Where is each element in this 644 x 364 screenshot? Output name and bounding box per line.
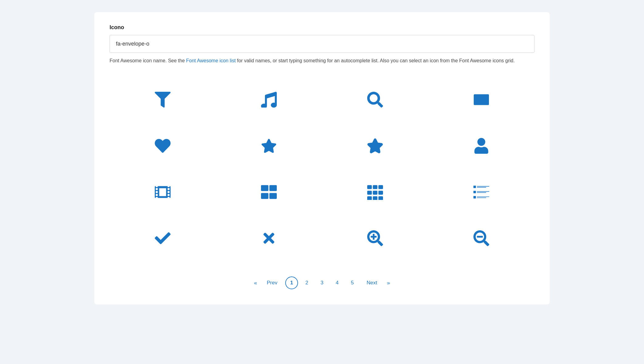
page-1-button[interactable]: 1 (285, 276, 298, 289)
th-icon[interactable] (322, 169, 428, 215)
page-4-button[interactable]: 4 (331, 276, 344, 289)
user-icon[interactable] (428, 123, 534, 169)
font-awesome-link[interactable]: Font Awesome icon list (186, 58, 236, 63)
icon-grid (110, 77, 534, 261)
svg-rect-2 (477, 186, 489, 187)
list-icon[interactable] (428, 169, 534, 215)
pagination: « Prev 1 2 3 4 5 Next » (110, 276, 534, 289)
icon-input[interactable] (110, 35, 534, 53)
music-icon[interactable] (216, 77, 322, 123)
svg-rect-1 (473, 186, 476, 188)
svg-rect-5 (477, 191, 489, 192)
last-page-button[interactable]: » (385, 277, 392, 289)
envelope-icon[interactable] (428, 77, 534, 123)
heart-icon[interactable] (110, 123, 216, 169)
th-large-icon[interactable] (216, 169, 322, 215)
first-page-button[interactable]: « (252, 277, 259, 289)
svg-rect-7 (473, 196, 476, 198)
zoom-out-icon[interactable] (428, 215, 534, 261)
check-icon[interactable] (110, 215, 216, 261)
help-text-after: for valid names, or start typing somethi… (237, 58, 515, 63)
zoom-in-icon[interactable] (322, 215, 428, 261)
search-icon[interactable] (322, 77, 428, 123)
svg-rect-3 (477, 187, 486, 188)
help-text: Font Awesome icon name. See the Font Awe… (110, 57, 534, 64)
field-label: Icono (110, 24, 534, 31)
page-3-button[interactable]: 3 (316, 276, 328, 289)
times-icon[interactable] (216, 215, 322, 261)
next-button[interactable]: Next (361, 277, 383, 289)
page-2-button[interactable]: 2 (300, 276, 313, 289)
star-outline-icon[interactable] (322, 123, 428, 169)
main-container: Icono Font Awesome icon name. See the Fo… (94, 12, 550, 304)
page-5-button[interactable]: 5 (346, 276, 359, 289)
filter-icon[interactable] (110, 77, 216, 123)
prev-button[interactable]: Prev (261, 277, 283, 289)
star-solid-icon[interactable] (216, 123, 322, 169)
svg-rect-4 (473, 191, 476, 193)
svg-rect-9 (477, 197, 486, 198)
help-text-before: Font Awesome icon name. See the (110, 58, 186, 63)
svg-rect-6 (477, 192, 486, 193)
film-icon[interactable] (110, 169, 216, 215)
svg-rect-8 (477, 197, 489, 197)
